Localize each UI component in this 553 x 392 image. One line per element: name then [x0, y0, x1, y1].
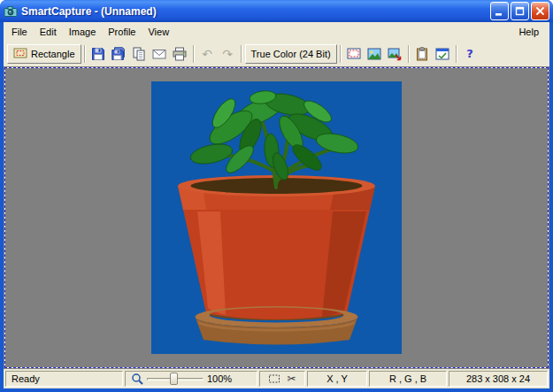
image-export-button[interactable]: [385, 44, 405, 64]
clipboard-button[interactable]: [412, 44, 433, 64]
redo-icon: ↷: [222, 48, 233, 60]
statusbar: Ready 100%: [4, 369, 549, 388]
toolbar-separator: [456, 45, 457, 63]
selection-rect-icon[interactable]: [268, 373, 280, 385]
toolbar-separator: [84, 45, 86, 63]
camera-icon[interactable]: [4, 4, 18, 19]
toolbar-separator: [193, 45, 195, 63]
menu-edit[interactable]: Edit: [34, 25, 63, 39]
app-body: File Edit Image Profile View Help Rectan…: [4, 22, 549, 388]
print-button[interactable]: [170, 44, 190, 64]
screen-region-button[interactable]: [344, 44, 365, 64]
menu-image[interactable]: Image: [63, 25, 103, 39]
menu-file[interactable]: File: [5, 25, 34, 39]
capture-canvas[interactable]: [4, 66, 549, 369]
captured-image: [151, 81, 402, 354]
help-button[interactable]: ?: [460, 44, 480, 64]
capture-shape-button[interactable]: Rectangle: [7, 44, 81, 64]
status-pane: Ready: [5, 371, 123, 387]
zoom-magnifier-icon[interactable]: [131, 373, 143, 385]
maximize-button[interactable]: [511, 2, 529, 20]
zoom-slider-thumb[interactable]: [170, 373, 178, 385]
status-text: Ready: [12, 373, 40, 384]
potted-plant-image: [151, 81, 402, 354]
undo-button[interactable]: ↶: [197, 44, 218, 64]
redo-button[interactable]: ↷: [218, 44, 238, 64]
pixel-color-pane: R , G , B: [369, 371, 447, 387]
menu-view[interactable]: View: [142, 25, 175, 39]
toolbar-separator: [408, 45, 410, 63]
zoom-pane: 100%: [125, 371, 257, 387]
zoom-value: 100%: [207, 373, 232, 384]
toolbar-separator: [340, 45, 342, 63]
scissors-icon[interactable]: ✂: [287, 373, 296, 385]
email-button[interactable]: [150, 44, 170, 64]
image-dimensions-pane: 283 x 308 x 24: [449, 371, 548, 387]
toolbar-separator: [241, 45, 242, 63]
color-depth-label: True Color (24 Bit): [251, 49, 331, 59]
image-dimensions: 283 x 308 x 24: [466, 373, 530, 384]
app-window: SmartCapture - (Unnamed) File Edit Image…: [0, 0, 553, 392]
tools-pane: ✂: [259, 371, 305, 387]
zoom-slider[interactable]: [147, 372, 204, 386]
cursor-position-label: X , Y: [326, 373, 348, 384]
help-icon: ?: [466, 48, 473, 59]
close-button[interactable]: [531, 2, 549, 20]
window-title: SmartCapture - (Unnamed): [21, 5, 490, 18]
settings-window-button[interactable]: [433, 44, 453, 64]
image-button[interactable]: [365, 44, 385, 64]
menu-profile[interactable]: Profile: [102, 25, 142, 39]
color-depth-button[interactable]: True Color (24 Bit): [245, 44, 337, 64]
copy-button[interactable]: [129, 44, 150, 64]
save-button[interactable]: [88, 44, 109, 64]
minimize-button[interactable]: [490, 2, 509, 20]
menu-help[interactable]: Help: [512, 25, 548, 39]
undo-icon: ↶: [202, 48, 212, 60]
pixel-color-label: R , G , B: [389, 373, 426, 384]
titlebar[interactable]: SmartCapture - (Unnamed): [0, 0, 553, 22]
menubar: File Edit Image Profile View Help: [4, 22, 549, 41]
toolbar: Rectangle: [4, 41, 549, 66]
cursor-position-pane: X , Y: [307, 371, 367, 387]
save-as-button[interactable]: [109, 44, 129, 64]
capture-shape-label: Rectangle: [31, 49, 75, 59]
capture-rectangle-icon: [13, 46, 27, 62]
window-controls: [490, 2, 549, 20]
